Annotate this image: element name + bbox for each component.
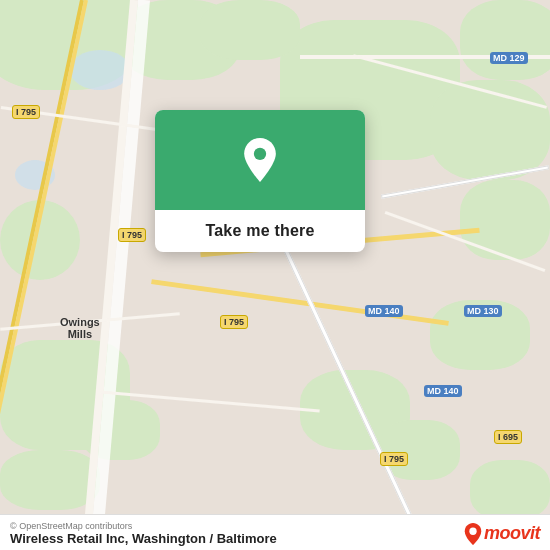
highway-label-i795-center: I 795 <box>220 315 248 329</box>
svg-point-1 <box>469 527 476 534</box>
moovit-logo: moovit <box>464 523 540 545</box>
state-road-md140-e: MD 140 <box>365 305 403 317</box>
take-me-there-button[interactable]: Take me there <box>205 222 314 240</box>
highway-label-i695: I 695 <box>494 430 522 444</box>
state-road-md130: MD 130 <box>464 305 502 317</box>
moovit-pin-icon <box>464 523 482 545</box>
town-label-owings-mills: OwingsMills <box>60 316 100 340</box>
state-road-md140-se: MD 140 <box>424 385 462 397</box>
location-pin-icon <box>238 138 282 182</box>
highway-label-i795-mid: I 795 <box>118 228 146 242</box>
place-name-text: Wireless Retail Inc, Washington / Baltim… <box>10 531 277 546</box>
bottom-bar-info: © OpenStreetMap contributors Wireless Re… <box>10 521 277 546</box>
popup-icon-area <box>155 110 365 210</box>
attribution-text: © OpenStreetMap contributors <box>10 521 277 531</box>
bottom-bar: © OpenStreetMap contributors Wireless Re… <box>0 514 550 550</box>
popup-card: Take me there <box>155 110 365 252</box>
map: I 795 I 795 I 795 I 795 I 695 MD 129 MD … <box>0 0 550 550</box>
state-road-md129: MD 129 <box>490 52 528 64</box>
highway-label-i795-se: I 795 <box>380 452 408 466</box>
popup-button-area[interactable]: Take me there <box>155 210 365 252</box>
highway-label-i795-nw: I 795 <box>12 105 40 119</box>
svg-point-0 <box>254 148 266 160</box>
moovit-brand-text: moovit <box>484 523 540 544</box>
